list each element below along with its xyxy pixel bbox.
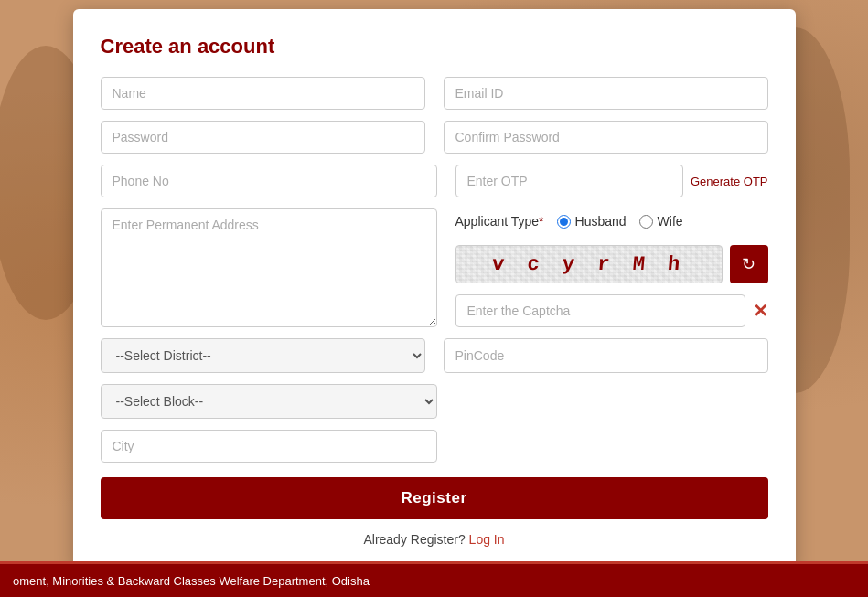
otp-input[interactable] xyxy=(455,165,683,197)
register-button[interactable]: Register xyxy=(101,477,768,519)
name-input[interactable] xyxy=(101,77,425,110)
pincode-input[interactable] xyxy=(444,338,768,373)
modal-overlay: Create an account Generate OTP xyxy=(0,0,868,597)
captcha-clear-button[interactable]: ✕ xyxy=(753,302,768,320)
captcha-input[interactable] xyxy=(455,294,745,327)
footer-bar: oment, Minorities & Backward Classes Wel… xyxy=(0,564,868,597)
city-input[interactable] xyxy=(101,430,437,463)
password-input[interactable] xyxy=(101,121,425,154)
clear-icon: ✕ xyxy=(753,301,768,321)
already-register-text: Already Register? xyxy=(363,532,465,547)
wife-radio-label[interactable]: Wife xyxy=(639,214,683,229)
confirm-password-input[interactable] xyxy=(444,121,768,154)
login-link[interactable]: Log In xyxy=(469,532,505,547)
applicant-type-section: Applicant Type* Husband Wife xyxy=(455,208,768,234)
captcha-section: v c y r M h ↻ xyxy=(455,245,768,283)
modal-title: Create an account xyxy=(101,35,768,59)
phone-input[interactable] xyxy=(101,165,437,197)
applicant-type-label: Applicant Type* xyxy=(455,214,544,229)
captcha-text: v c y r M h xyxy=(491,253,686,276)
captcha-image: v c y r M h xyxy=(455,245,723,283)
generate-otp-button[interactable]: Generate OTP xyxy=(691,175,768,188)
wife-radio[interactable] xyxy=(639,215,653,229)
login-link-row: Already Register? Log In xyxy=(101,532,768,547)
captcha-refresh-button[interactable]: ↻ xyxy=(730,245,768,283)
email-input[interactable] xyxy=(444,77,768,110)
registration-modal: Create an account Generate OTP xyxy=(73,9,796,569)
address-input[interactable] xyxy=(101,208,437,327)
block-select[interactable]: --Select Block-- xyxy=(101,384,437,419)
district-select[interactable]: --Select District-- xyxy=(101,338,425,373)
refresh-icon: ↻ xyxy=(742,254,755,274)
husband-radio[interactable] xyxy=(557,215,571,229)
captcha-input-section: ✕ xyxy=(455,294,768,327)
husband-radio-label[interactable]: Husband xyxy=(557,214,627,229)
footer-text: oment, Minorities & Backward Classes Wel… xyxy=(13,574,370,588)
